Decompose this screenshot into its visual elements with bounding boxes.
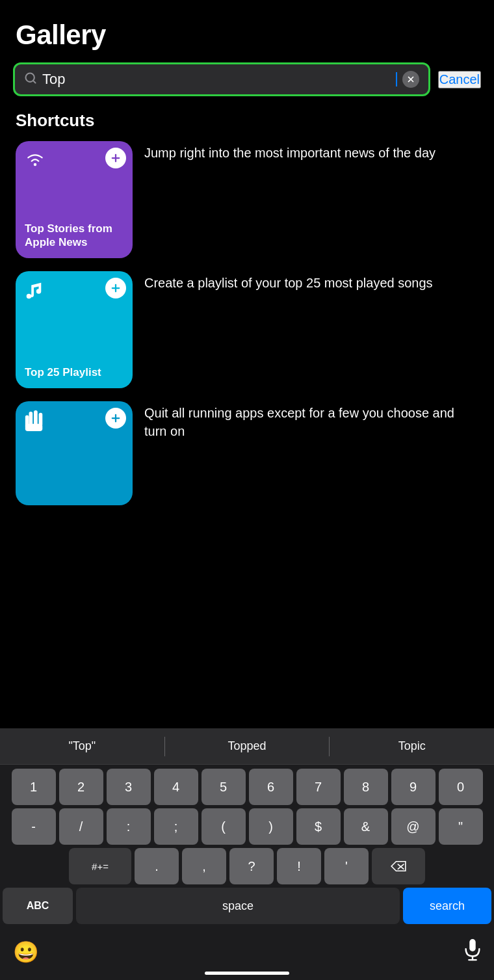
shortcut-card-top-25[interactable]: Top 25 Playlist [16,271,133,388]
key-2[interactable]: 2 [59,769,103,805]
shortcut-description-top-stories: Jump right into the most important news … [144,141,478,162]
suggestion-topped[interactable]: Topped [165,728,330,764]
search-bar-active[interactable]: Top [13,62,430,96]
key-8[interactable]: 8 [344,769,388,805]
add-shortcut-quit-apps-button[interactable] [105,408,126,429]
shortcuts-title: Shortcuts [16,111,478,131]
add-shortcut-top-25-button[interactable] [105,278,126,298]
key-delete[interactable] [372,848,425,884]
number-row: 1 2 3 4 5 6 7 8 9 0 [3,769,491,805]
key-0[interactable]: 0 [439,769,483,805]
shortcut-card-quit-apps[interactable] [16,401,133,505]
shortcut-item-top-25: Top 25 Playlist Create a playlist of you… [16,271,478,388]
emoji-button[interactable]: 😀 [13,940,39,964]
key-abc[interactable]: ABC [3,888,73,924]
key-search[interactable]: search [403,888,491,924]
key-4[interactable]: 4 [154,769,198,805]
key-ampersand[interactable]: & [344,808,388,845]
key-apostrophe[interactable]: ' [324,848,369,884]
shortcut-description-top-25: Create a playlist of your top 25 most pl… [144,271,478,292]
key-6[interactable]: 6 [249,769,293,805]
bottom-bar: 😀 [0,930,494,972]
suggestion-top-quoted[interactable]: "Top" [0,728,164,764]
symbol-row-2: #+= . , ? ! ' [3,848,491,884]
key-colon[interactable]: : [107,808,151,845]
clear-search-button[interactable] [402,71,419,88]
key-9[interactable]: 9 [391,769,436,805]
key-minus[interactable]: - [12,808,56,845]
shortcut-item-top-stories: Top Stories from Apple News Jump right i… [16,141,478,258]
svg-rect-13 [25,424,42,431]
shortcut-card-top-25-title: Top 25 Playlist [25,366,124,379]
shortcuts-section: Shortcuts Top Stories from Apple News Ju… [0,104,494,505]
key-7[interactable]: 7 [296,769,341,805]
key-space[interactable]: space [76,888,400,924]
key-exclaim[interactable]: ! [277,848,321,884]
search-input[interactable]: Top [42,71,390,88]
svg-rect-18 [469,939,475,951]
text-cursor [396,72,397,86]
keyboard-rows: 1 2 3 4 5 6 7 8 9 0 - / : ; ( ) $ & @ " … [0,765,494,930]
key-open-paren[interactable]: ( [202,808,246,845]
shortcut-item-quit-apps: Quit all running apps except for a few y… [16,401,478,505]
add-shortcut-top-stories-button[interactable] [105,148,126,168]
header: Gallery [0,0,494,57]
key-hash-plus-equals[interactable]: #+= [69,848,131,884]
key-comma[interactable]: , [182,848,226,884]
word-suggestions-bar: "Top" Topped Topic [0,728,494,765]
cancel-button[interactable]: Cancel [438,71,481,88]
bottom-row: ABC space search [3,888,491,924]
page-title: Gallery [16,20,478,51]
key-period[interactable]: . [135,848,179,884]
shortcut-description-quit-apps: Quit all running apps except for a few y… [144,401,478,440]
key-1[interactable]: 1 [12,769,56,805]
key-close-paren[interactable]: ) [249,808,293,845]
key-at[interactable]: @ [391,808,436,845]
key-slash[interactable]: / [59,808,103,845]
symbol-row-1: - / : ; ( ) $ & @ " [3,808,491,845]
search-icon [24,72,37,87]
key-question[interactable]: ? [229,848,274,884]
svg-line-1 [33,81,36,83]
key-quote[interactable]: " [439,808,483,845]
keyboard: "Top" Topped Topic 1 2 3 4 5 6 7 8 9 0 -… [0,728,494,980]
microphone-button[interactable] [464,939,481,966]
shortcut-card-top-stories[interactable]: Top Stories from Apple News [16,141,133,258]
home-indicator-row [0,972,494,980]
svg-point-4 [34,163,36,166]
shortcut-card-top-stories-title: Top Stories from Apple News [25,222,124,249]
key-semicolon[interactable]: ; [154,808,198,845]
home-indicator [205,972,289,975]
search-bar-container: Top Cancel [0,57,494,104]
suggestion-topic[interactable]: Topic [330,728,494,764]
key-5[interactable]: 5 [202,769,246,805]
key-3[interactable]: 3 [107,769,151,805]
key-dollar[interactable]: $ [296,808,341,845]
